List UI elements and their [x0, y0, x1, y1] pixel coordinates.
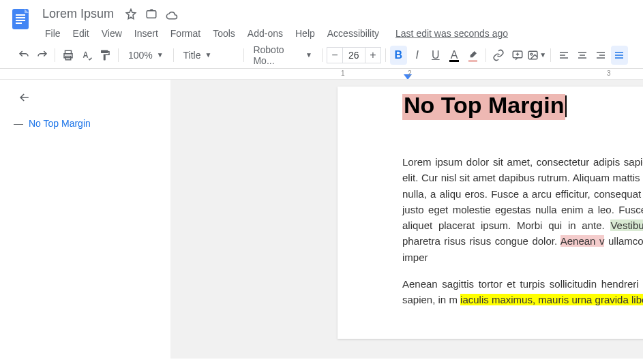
chevron-down-icon: ▼	[205, 51, 211, 59]
header: Lorem Ipsum File Edit View Insert Format…	[0, 0, 643, 42]
menu-edit[interactable]: Edit	[68, 25, 95, 42]
body-text[interactable]: Lorem ipsum dolor sit amet, consectetur …	[402, 154, 643, 307]
menu-view[interactable]: View	[96, 25, 128, 42]
font-select[interactable]: Roboto Mo...▼	[248, 42, 318, 69]
ruler-number: 2	[408, 70, 412, 77]
toolbar: 100%▼ Title▼ Roboto Mo...▼ − + B I U A ▼	[0, 42, 643, 69]
outline-item-label: No Top Margin	[29, 118, 91, 129]
menu-accessibility[interactable]: Accessibility	[322, 25, 385, 42]
last-edit-link[interactable]: Last edit was seconds ago	[395, 28, 508, 39]
font-size-increase[interactable]: +	[365, 47, 381, 63]
page-title[interactable]: No Top Margin	[402, 94, 565, 120]
separator	[550, 48, 551, 62]
insert-image-button[interactable]: ▼	[527, 46, 546, 65]
ruler[interactable]: 1 2 3	[0, 69, 643, 80]
separator	[118, 48, 119, 62]
cloud-icon[interactable]	[166, 8, 178, 20]
separator	[322, 48, 323, 62]
align-left-button[interactable]	[555, 46, 572, 65]
menu-file[interactable]: File	[40, 25, 66, 42]
menu-format[interactable]: Format	[165, 25, 206, 42]
align-center-button[interactable]	[573, 46, 590, 65]
font-size-decrease[interactable]: −	[327, 47, 343, 63]
print-button[interactable]	[59, 46, 76, 65]
menu-addons[interactable]: Add-ons	[242, 25, 288, 42]
undo-button[interactable]	[15, 46, 32, 65]
chevron-down-icon: ▼	[539, 51, 546, 59]
svg-rect-3	[16, 20, 25, 21]
outline-item[interactable]: — No Top Margin	[14, 118, 157, 129]
title-area: Lorem Ipsum File Edit View Insert Format…	[40, 5, 636, 42]
outline-dash-icon: —	[14, 118, 23, 129]
star-icon[interactable]	[125, 8, 137, 20]
svg-point-11	[530, 53, 533, 55]
ruler-number: 3	[607, 70, 611, 77]
chevron-down-icon: ▼	[157, 51, 164, 59]
ruler-number: 1	[341, 70, 345, 77]
align-right-button[interactable]	[593, 46, 610, 65]
zoom-select[interactable]: 100%▼	[123, 47, 169, 63]
bold-button[interactable]: B	[390, 46, 407, 65]
insert-link-button[interactable]	[490, 46, 507, 65]
menu-tools[interactable]: Tools	[207, 25, 241, 42]
move-icon[interactable]	[145, 8, 158, 20]
font-size-control: − +	[327, 47, 381, 63]
separator	[243, 48, 244, 62]
font-size-input[interactable]	[343, 47, 365, 63]
highlight-pink[interactable]: Aenean v	[560, 235, 605, 247]
outline-back-button[interactable]	[18, 91, 157, 104]
page-area[interactable]: No Top Margin Lorem ipsum dolor sit amet…	[170, 80, 643, 359]
separator	[55, 48, 55, 62]
align-justify-button[interactable]	[611, 46, 628, 65]
svg-rect-2	[16, 17, 25, 18]
paragraph[interactable]: Aenean sagittis tortor et turpis sollici…	[402, 276, 643, 308]
chevron-down-icon: ▼	[305, 51, 312, 59]
highlight-yellow[interactable]: iaculis maximus, mauris urna gravida lib…	[460, 294, 643, 305]
style-select[interactable]: Title▼	[178, 47, 239, 63]
menubar: File Edit View Insert Format Tools Add-o…	[40, 25, 636, 42]
spellcheck-button[interactable]	[78, 46, 95, 65]
svg-rect-4	[16, 22, 22, 24]
highlight-green[interactable]: Vestibulum maximus	[610, 219, 643, 231]
outline-panel: — No Top Margin	[0, 80, 170, 359]
workspace: — No Top Margin No Top Margin Lorem ipsu…	[0, 80, 643, 359]
docs-logo[interactable]	[7, 5, 34, 33]
redo-button[interactable]	[33, 46, 50, 65]
separator	[385, 48, 386, 62]
svg-rect-1	[16, 14, 25, 16]
italic-button[interactable]: I	[408, 46, 425, 65]
separator	[173, 48, 174, 62]
text-color-button[interactable]: A	[445, 46, 462, 65]
underline-button[interactable]: U	[427, 46, 444, 65]
menu-help[interactable]: Help	[290, 25, 320, 42]
menu-insert[interactable]: Insert	[129, 25, 164, 42]
document-title[interactable]: Lorem Ipsum	[40, 5, 117, 22]
svg-rect-5	[147, 10, 156, 18]
paint-format-button[interactable]	[97, 46, 114, 65]
highlight-button[interactable]	[464, 46, 481, 65]
paragraph[interactable]: Lorem ipsum dolor sit amet, consectetur …	[402, 154, 643, 265]
document-page[interactable]: No Top Margin Lorem ipsum dolor sit amet…	[338, 87, 643, 339]
insert-comment-button[interactable]	[509, 46, 526, 65]
separator	[485, 48, 486, 62]
